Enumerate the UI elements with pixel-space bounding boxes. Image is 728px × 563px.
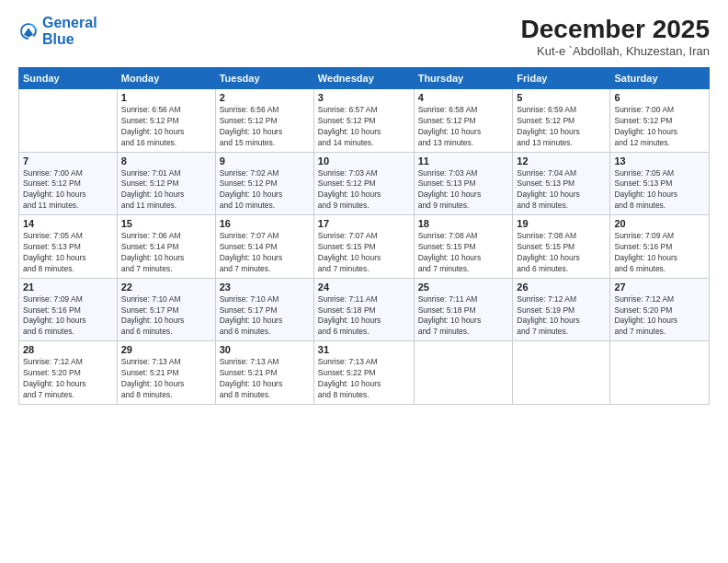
header-row: Sunday Monday Tuesday Wednesday Thursday… xyxy=(19,68,710,89)
calendar-table: Sunday Monday Tuesday Wednesday Thursday… xyxy=(18,67,710,405)
calendar-cell: 18Sunrise: 7:08 AM Sunset: 5:15 PM Dayli… xyxy=(414,215,513,279)
calendar-cell: 30Sunrise: 7:13 AM Sunset: 5:21 PM Dayli… xyxy=(215,341,313,405)
day-number: 14 xyxy=(23,218,113,229)
col-friday: Friday xyxy=(513,68,610,89)
day-info: Sunrise: 7:09 AM Sunset: 5:16 PM Dayligh… xyxy=(23,294,113,339)
day-info: Sunrise: 7:03 AM Sunset: 5:12 PM Dayligh… xyxy=(318,168,410,213)
day-info: Sunrise: 7:00 AM Sunset: 5:12 PM Dayligh… xyxy=(23,168,113,213)
calendar-cell: 31Sunrise: 7:13 AM Sunset: 5:22 PM Dayli… xyxy=(313,341,414,405)
calendar-cell: 17Sunrise: 7:07 AM Sunset: 5:15 PM Dayli… xyxy=(313,215,414,279)
calendar-cell: 13Sunrise: 7:05 AM Sunset: 5:13 PM Dayli… xyxy=(610,152,710,215)
day-number: 6 xyxy=(614,92,705,103)
logo: General Blue xyxy=(18,15,97,47)
page: General Blue December 2025 Kut-e `Abdoll… xyxy=(0,0,728,563)
calendar-cell: 23Sunrise: 7:10 AM Sunset: 5:17 PM Dayli… xyxy=(215,278,313,341)
calendar-cell: 19Sunrise: 7:08 AM Sunset: 5:15 PM Dayli… xyxy=(513,215,610,279)
day-info: Sunrise: 7:05 AM Sunset: 5:13 PM Dayligh… xyxy=(614,168,705,213)
calendar-cell xyxy=(414,341,513,405)
calendar-cell: 22Sunrise: 7:10 AM Sunset: 5:17 PM Dayli… xyxy=(117,278,215,341)
calendar-cell xyxy=(513,341,610,405)
logo-icon xyxy=(18,21,39,41)
calendar-cell: 12Sunrise: 7:04 AM Sunset: 5:13 PM Dayli… xyxy=(513,152,610,215)
calendar-week-2: 7Sunrise: 7:00 AM Sunset: 5:12 PM Daylig… xyxy=(19,152,710,215)
day-info: Sunrise: 6:56 AM Sunset: 5:12 PM Dayligh… xyxy=(220,105,310,149)
calendar-cell: 27Sunrise: 7:12 AM Sunset: 5:20 PM Dayli… xyxy=(610,278,710,341)
day-number: 25 xyxy=(418,282,509,293)
day-number: 21 xyxy=(23,282,113,293)
day-number: 3 xyxy=(318,92,410,103)
day-info: Sunrise: 7:03 AM Sunset: 5:13 PM Dayligh… xyxy=(418,168,509,213)
day-number: 8 xyxy=(121,155,211,167)
col-thursday: Thursday xyxy=(414,68,513,89)
day-number: 30 xyxy=(220,344,310,355)
day-info: Sunrise: 7:12 AM Sunset: 5:20 PM Dayligh… xyxy=(614,294,705,339)
day-info: Sunrise: 7:11 AM Sunset: 5:18 PM Dayligh… xyxy=(418,294,509,339)
calendar-cell: 2Sunrise: 6:56 AM Sunset: 5:12 PM Daylig… xyxy=(215,89,313,153)
calendar-cell: 8Sunrise: 7:01 AM Sunset: 5:12 PM Daylig… xyxy=(117,152,215,215)
day-number: 11 xyxy=(418,155,509,167)
day-number: 10 xyxy=(318,155,410,167)
calendar-cell: 6Sunrise: 7:00 AM Sunset: 5:12 PM Daylig… xyxy=(610,89,710,153)
calendar-title: December 2025 xyxy=(521,15,710,44)
day-number: 1 xyxy=(121,92,211,103)
calendar-cell: 14Sunrise: 7:05 AM Sunset: 5:13 PM Dayli… xyxy=(19,215,118,279)
day-info: Sunrise: 7:12 AM Sunset: 5:19 PM Dayligh… xyxy=(517,294,606,339)
calendar-cell xyxy=(19,89,118,153)
day-number: 17 xyxy=(318,218,410,229)
day-info: Sunrise: 7:13 AM Sunset: 5:21 PM Dayligh… xyxy=(121,357,211,401)
logo-line2: Blue xyxy=(42,31,74,47)
calendar-cell: 21Sunrise: 7:09 AM Sunset: 5:16 PM Dayli… xyxy=(19,278,118,341)
col-wednesday: Wednesday xyxy=(313,68,414,89)
day-info: Sunrise: 7:07 AM Sunset: 5:14 PM Dayligh… xyxy=(220,231,310,275)
col-monday: Monday xyxy=(117,68,215,89)
calendar-week-3: 14Sunrise: 7:05 AM Sunset: 5:13 PM Dayli… xyxy=(19,215,710,279)
day-number: 31 xyxy=(318,344,410,355)
day-number: 22 xyxy=(121,282,211,293)
calendar-cell: 7Sunrise: 7:00 AM Sunset: 5:12 PM Daylig… xyxy=(19,152,118,215)
day-info: Sunrise: 7:11 AM Sunset: 5:18 PM Dayligh… xyxy=(318,294,410,339)
day-info: Sunrise: 7:04 AM Sunset: 5:13 PM Dayligh… xyxy=(517,168,606,213)
calendar-cell: 16Sunrise: 7:07 AM Sunset: 5:14 PM Dayli… xyxy=(215,215,313,279)
day-info: Sunrise: 7:10 AM Sunset: 5:17 PM Dayligh… xyxy=(220,294,310,339)
day-number: 23 xyxy=(220,282,310,293)
calendar-cell: 5Sunrise: 6:59 AM Sunset: 5:12 PM Daylig… xyxy=(513,89,610,153)
day-info: Sunrise: 7:09 AM Sunset: 5:16 PM Dayligh… xyxy=(614,231,705,275)
calendar-cell: 29Sunrise: 7:13 AM Sunset: 5:21 PM Dayli… xyxy=(117,341,215,405)
day-number: 29 xyxy=(121,344,211,355)
calendar-cell: 11Sunrise: 7:03 AM Sunset: 5:13 PM Dayli… xyxy=(414,152,513,215)
day-info: Sunrise: 6:57 AM Sunset: 5:12 PM Dayligh… xyxy=(318,105,410,149)
day-number: 13 xyxy=(614,155,705,167)
calendar-cell: 4Sunrise: 6:58 AM Sunset: 5:12 PM Daylig… xyxy=(414,89,513,153)
day-info: Sunrise: 6:58 AM Sunset: 5:12 PM Dayligh… xyxy=(418,105,509,149)
day-number: 2 xyxy=(220,92,310,103)
day-number: 20 xyxy=(614,218,705,229)
col-sunday: Sunday xyxy=(19,68,118,89)
calendar-cell: 3Sunrise: 6:57 AM Sunset: 5:12 PM Daylig… xyxy=(313,89,414,153)
day-info: Sunrise: 7:08 AM Sunset: 5:15 PM Dayligh… xyxy=(418,231,509,275)
day-number: 4 xyxy=(418,92,509,103)
day-number: 19 xyxy=(517,218,606,229)
day-info: Sunrise: 7:13 AM Sunset: 5:22 PM Dayligh… xyxy=(318,357,410,401)
calendar-cell: 20Sunrise: 7:09 AM Sunset: 5:16 PM Dayli… xyxy=(610,215,710,279)
calendar-week-5: 28Sunrise: 7:12 AM Sunset: 5:20 PM Dayli… xyxy=(19,341,710,405)
day-info: Sunrise: 7:13 AM Sunset: 5:21 PM Dayligh… xyxy=(220,357,310,401)
title-block: December 2025 Kut-e `Abdollah, Khuzestan… xyxy=(521,15,710,58)
day-info: Sunrise: 7:08 AM Sunset: 5:15 PM Dayligh… xyxy=(517,231,606,275)
calendar-week-1: 1Sunrise: 6:56 AM Sunset: 5:12 PM Daylig… xyxy=(19,89,710,153)
day-number: 27 xyxy=(614,282,705,293)
day-info: Sunrise: 7:10 AM Sunset: 5:17 PM Dayligh… xyxy=(121,294,211,339)
col-saturday: Saturday xyxy=(610,68,710,89)
day-number: 16 xyxy=(220,218,310,229)
calendar-cell: 24Sunrise: 7:11 AM Sunset: 5:18 PM Dayli… xyxy=(313,278,414,341)
day-number: 28 xyxy=(23,344,113,355)
calendar-cell: 10Sunrise: 7:03 AM Sunset: 5:12 PM Dayli… xyxy=(313,152,414,215)
day-info: Sunrise: 7:00 AM Sunset: 5:12 PM Dayligh… xyxy=(614,105,705,149)
calendar-cell: 1Sunrise: 6:56 AM Sunset: 5:12 PM Daylig… xyxy=(117,89,215,153)
logo-text: General Blue xyxy=(42,15,97,47)
day-number: 18 xyxy=(418,218,509,229)
calendar-cell: 28Sunrise: 7:12 AM Sunset: 5:20 PM Dayli… xyxy=(19,341,118,405)
day-info: Sunrise: 7:06 AM Sunset: 5:14 PM Dayligh… xyxy=(121,231,211,275)
calendar-subtitle: Kut-e `Abdollah, Khuzestan, Iran xyxy=(521,44,710,58)
day-number: 12 xyxy=(517,155,606,167)
calendar-week-4: 21Sunrise: 7:09 AM Sunset: 5:16 PM Dayli… xyxy=(19,278,710,341)
